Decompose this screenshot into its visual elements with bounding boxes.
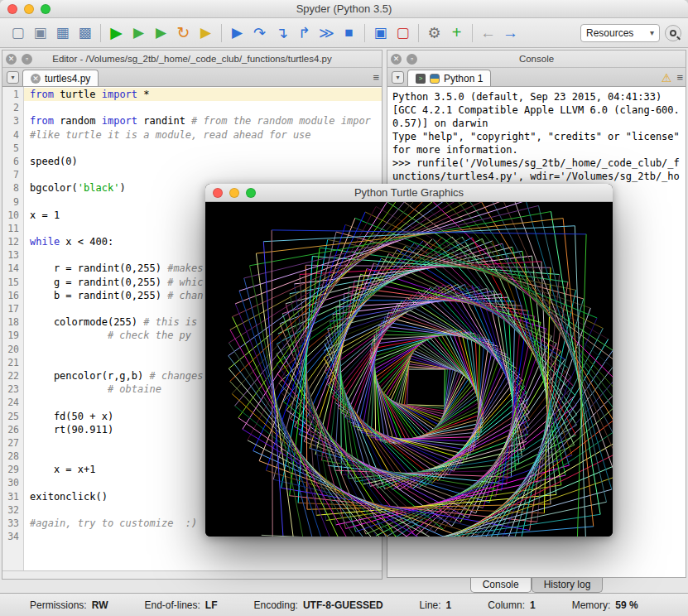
line-number: 16: [2, 289, 23, 302]
status-column: Column:1: [488, 599, 535, 611]
console-bottom-tabs: Console History log: [387, 578, 686, 594]
code-line: from turtle import *: [24, 88, 382, 101]
step-over-icon[interactable]: ↷: [248, 22, 271, 44]
line-number: 17: [2, 302, 23, 315]
line-number: 12: [2, 235, 23, 248]
stop-icon[interactable]: ■: [338, 22, 360, 44]
pythonpath-icon[interactable]: +: [445, 22, 468, 44]
fullscreen-icon[interactable]: ▢: [392, 22, 414, 44]
toolbar-icons: ▢▣▦▩▶▶▶↻▶▶↷↴↱≫■▣▢⚙+←→: [7, 22, 522, 44]
status-memory: Memory:59 %: [572, 599, 638, 611]
tab-console[interactable]: Console: [470, 578, 532, 593]
editor-pane-header: ✕ ▫ Editor - /Volumes/sg_2tb/_home/_code…: [2, 51, 382, 68]
tab-history-log[interactable]: History log: [532, 578, 604, 593]
continue-icon[interactable]: ≫: [315, 22, 338, 44]
line-number: 10: [2, 209, 23, 222]
run-icon[interactable]: ▶: [105, 22, 127, 44]
options-menu-icon[interactable]: ≡: [676, 71, 683, 84]
forward-icon[interactable]: →: [499, 22, 522, 44]
file-list-icon[interactable]: ≡: [373, 71, 379, 84]
console-output: Python 3.5.0 (default, Sep 23 2015, 04:4…: [392, 90, 681, 196]
run-selection-icon[interactable]: ▶: [195, 22, 217, 44]
save-all-icon[interactable]: ▩: [74, 22, 96, 44]
line-number: 19: [2, 329, 23, 342]
resources-dropdown[interactable]: Resources ▾: [580, 24, 660, 42]
step-return-icon[interactable]: ↱: [293, 22, 315, 44]
statusbar: Permissions:RW End-of-lines:LF Encoding:…: [0, 593, 688, 616]
editor-pane-title: Editor - /Volumes/sg_2tb/_home/_code_clu…: [2, 54, 382, 64]
close-pane-icon[interactable]: ✕: [6, 54, 17, 65]
code-line: [30, 168, 382, 181]
status-permissions: Permissions:RW: [30, 599, 108, 611]
line-number: 21: [2, 356, 23, 369]
editor-gutter: 1234567891011121314151617181920212223242…: [2, 87, 24, 570]
status-encoding: Encoding:UTF-8-GUESSED: [254, 599, 383, 611]
line-number: 9: [2, 195, 23, 209]
console-pane-header: ✕ ▫ Console: [387, 51, 686, 68]
line-number: 18: [2, 315, 23, 329]
terminal-icon: >: [416, 74, 426, 84]
line-number: 22: [2, 369, 23, 383]
warning-icon[interactable]: ⚠: [662, 72, 672, 84]
line-number: 27: [2, 436, 23, 450]
line-number: 7: [2, 168, 23, 181]
toolbar-separator: [472, 24, 473, 42]
turtle-titlebar[interactable]: Python Turtle Graphics: [205, 184, 613, 202]
toolbar-separator: [221, 24, 222, 42]
line-number: 5: [2, 142, 23, 155]
titlebar: Spyder (Python 3.5): [0, 0, 688, 18]
close-pane-icon[interactable]: ✕: [391, 54, 402, 65]
turtle-window: Python Turtle Graphics: [205, 184, 613, 537]
line-number: 6: [2, 155, 23, 168]
line-number: 4: [2, 128, 23, 142]
tab-turtles4[interactable]: ✕ turtles4.py: [22, 70, 99, 86]
debug-icon[interactable]: ▶: [226, 22, 248, 44]
console-tab-label: Python 1: [444, 73, 483, 84]
console-tabbar: ▾ > Python 1 ⚠ ≡: [387, 68, 686, 87]
line-number: 31: [2, 490, 23, 503]
toolbar-separator: [364, 24, 365, 42]
undock-pane-icon[interactable]: ▫: [407, 54, 417, 65]
browse-tabs-button[interactable]: ▾: [7, 71, 19, 84]
line-number: 1: [2, 88, 23, 101]
code-line: [30, 101, 382, 114]
toolbar-separator: [100, 24, 101, 42]
turtle-window-title: Python Turtle Graphics: [205, 186, 613, 199]
turtle-canvas[interactable]: [205, 202, 613, 537]
preferences-icon[interactable]: ⚙: [423, 22, 445, 44]
line-number: 11: [2, 222, 23, 235]
line-number: 26: [2, 423, 23, 436]
line-number: 14: [2, 262, 23, 275]
run-cell-icon[interactable]: ▶: [127, 22, 150, 44]
python-icon: [430, 74, 440, 84]
maximize-pane-icon[interactable]: ▣: [369, 22, 392, 44]
window-title: Spyder (Python 3.5): [0, 2, 688, 15]
editor-tab-label: turtles4.py: [45, 73, 90, 84]
tab-python-1[interactable]: > Python 1: [407, 70, 491, 86]
status-line: Line:1: [420, 599, 452, 611]
close-tab-icon[interactable]: ✕: [31, 74, 41, 84]
rerun-icon[interactable]: ↻: [172, 22, 195, 44]
browse-tabs-button[interactable]: ▾: [392, 71, 404, 84]
console-pane-title: Console: [387, 54, 686, 64]
toolbar: ▢▣▦▩▶▶▶↻▶▶↷↴↱≫■▣▢⚙+←→ Resources ▾: [0, 18, 688, 48]
undock-pane-icon[interactable]: ▫: [22, 54, 32, 65]
line-number: 29: [2, 463, 23, 476]
resources-label: Resources: [586, 27, 633, 39]
editor-tabbar: ▾ ✕ turtles4.py ≡: [2, 68, 382, 87]
chevron-down-icon: ▾: [650, 28, 654, 37]
line-number: 30: [2, 476, 23, 489]
search-button[interactable]: [665, 25, 681, 41]
open-file-icon[interactable]: ▣: [29, 22, 51, 44]
line-number: 23: [2, 383, 23, 396]
run-cell-advance-icon[interactable]: ▶: [150, 22, 172, 44]
code-line: from random import randint # from the ra…: [30, 114, 382, 128]
step-into-icon[interactable]: ↴: [271, 22, 293, 44]
save-icon[interactable]: ▦: [51, 22, 74, 44]
line-number: 33: [2, 517, 23, 530]
new-file-icon[interactable]: ▢: [7, 22, 29, 44]
code-line: #like turtle it is a module, read ahead …: [30, 128, 382, 142]
back-icon[interactable]: ←: [477, 22, 499, 44]
editor-horizontal-scrollbar[interactable]: [2, 570, 382, 579]
line-number: 3: [2, 114, 23, 128]
